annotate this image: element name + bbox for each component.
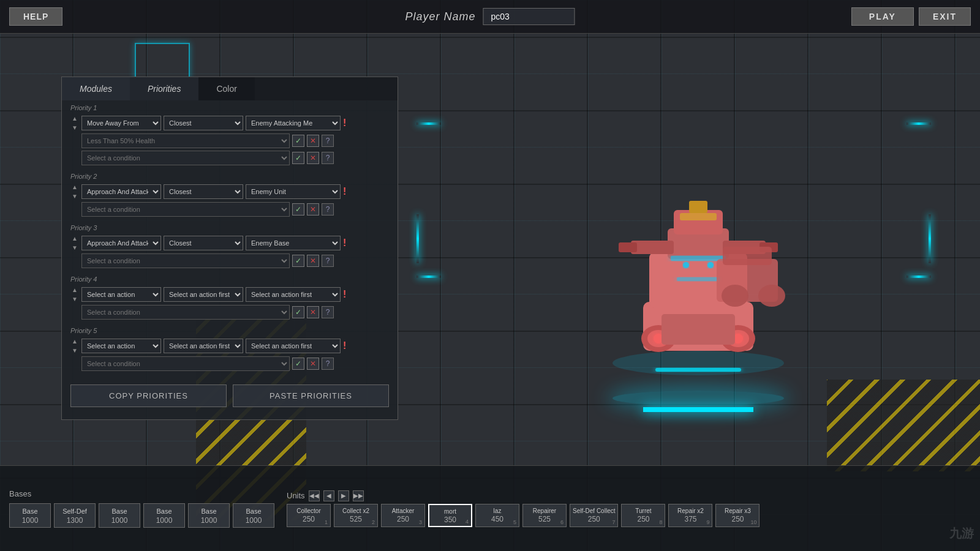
- priority-4-arrow-down[interactable]: ▼: [70, 294, 79, 303]
- cyan-square-top: [135, 43, 190, 80]
- priority-1-condition2-x[interactable]: ✕: [307, 152, 319, 164]
- units-nav-next-next[interactable]: ▶▶: [353, 490, 364, 501]
- unit-card-10-num: 10: [750, 519, 756, 525]
- priority-5-condition-x[interactable]: ✕: [307, 358, 319, 370]
- priority-2-modifier-select[interactable]: Closest Farthest: [164, 184, 243, 199]
- base-card-5[interactable]: Base 1000: [188, 503, 230, 528]
- priority-4-exclaim[interactable]: !: [343, 289, 346, 300]
- unit-card-9[interactable]: Repair x2 375 9: [668, 504, 712, 527]
- priority-1-condition1-check[interactable]: ✓: [292, 135, 304, 147]
- priority-1-condition1-x[interactable]: ✕: [307, 135, 319, 147]
- priority-4-modifier-select[interactable]: Select an action first: [164, 287, 243, 302]
- base-card-2[interactable]: Self-Def 1300: [54, 503, 96, 528]
- exit-button[interactable]: EXIT: [919, 7, 971, 26]
- unit-card-6[interactable]: Repairer 525 6: [522, 504, 567, 527]
- priority-2-arrow-up[interactable]: ▲: [70, 182, 79, 191]
- unit-card-8-value: 250: [637, 515, 649, 523]
- unit-card-1-num: 1: [325, 519, 328, 525]
- priority-5-condition-select[interactable]: Select a condition: [81, 356, 290, 371]
- svg-rect-1: [655, 368, 741, 372]
- priority-1-condition2-select[interactable]: Select a condition: [81, 151, 290, 165]
- priority-4-arrow-up[interactable]: ▲: [70, 285, 79, 294]
- player-name-input[interactable]: [483, 8, 575, 25]
- unit-card-2[interactable]: Collect x2 525 2: [334, 504, 378, 527]
- priority-1-condition2-q[interactable]: ?: [322, 152, 334, 164]
- base-card-6-label: Base: [246, 508, 261, 515]
- priority-5-action-select[interactable]: Select an action Move Away From Approach…: [81, 339, 161, 353]
- priority-1-exclaim[interactable]: !: [343, 118, 346, 129]
- base-card-4[interactable]: Base 1000: [143, 503, 185, 528]
- priority-4-condition-x[interactable]: ✕: [307, 306, 319, 318]
- priority-1-arrow-down[interactable]: ▼: [70, 123, 79, 132]
- priority-2-condition-select[interactable]: Select a condition: [81, 202, 290, 217]
- priority-1-action-select[interactable]: Move Away From Approach And Attack Selec…: [81, 116, 161, 130]
- priority-4-target-select[interactable]: Select an action first: [246, 287, 341, 302]
- unit-card-8[interactable]: Turret 250 8: [621, 504, 665, 527]
- tab-priorities[interactable]: Priorities: [130, 77, 198, 100]
- unit-card-3[interactable]: Attacker 250 3: [381, 504, 425, 527]
- priority-5-condition-q[interactable]: ?: [322, 358, 334, 370]
- play-button[interactable]: PLAY: [851, 7, 914, 26]
- priority-1-target-select[interactable]: Enemy Attacking Me Enemy Unit Enemy Base: [246, 116, 341, 130]
- help-button[interactable]: HELP: [9, 7, 62, 26]
- priority-3-arrow-up[interactable]: ▲: [70, 234, 79, 242]
- units-nav-next[interactable]: ▶: [338, 490, 349, 501]
- paste-priorities-button[interactable]: PASTE PRIORITIES: [233, 384, 389, 407]
- unit-card-4[interactable]: mort 350 4: [428, 504, 472, 527]
- base-card-1[interactable]: Base 1000: [9, 503, 51, 528]
- priority-1-condition2-check[interactable]: ✓: [292, 152, 304, 164]
- svg-rect-13: [619, 242, 637, 252]
- priority-5-modifier-select[interactable]: Select an action first: [164, 339, 243, 353]
- base-card-6[interactable]: Base 1000: [233, 503, 274, 528]
- priority-4-condition-q[interactable]: ?: [322, 306, 334, 318]
- priority-5-condition-row: Select a condition ✓ ✕ ?: [70, 356, 389, 371]
- priority-3-exclaim[interactable]: !: [343, 238, 346, 249]
- tab-modules[interactable]: Modules: [62, 77, 130, 100]
- base-card-3[interactable]: Base 1000: [99, 503, 140, 528]
- priority-1-modifier-select[interactable]: Closest Farthest: [164, 116, 243, 130]
- priority-3-condition-select[interactable]: Select a condition: [81, 253, 290, 268]
- priority-4-arrows: ▲ ▼: [70, 285, 79, 303]
- priority-1-arrow-up[interactable]: ▲: [70, 114, 79, 122]
- unit-card-5[interactable]: laz 450 5: [475, 504, 519, 527]
- svg-point-25: [722, 285, 748, 307]
- priority-2-condition-check[interactable]: ✓: [292, 203, 304, 216]
- unit-card-10[interactable]: Repair x3 250 10: [715, 504, 760, 527]
- copy-priorities-button[interactable]: COPY PRIORITIES: [70, 384, 227, 407]
- panel-bottom-buttons: COPY PRIORITIES PASTE PRIORITIES: [70, 384, 389, 407]
- priority-1-condition1-q[interactable]: ?: [322, 135, 334, 147]
- priority-4-action-select[interactable]: Select an action Move Away From Approach…: [81, 287, 161, 302]
- priority-4-condition-select[interactable]: Select a condition: [81, 305, 290, 320]
- priority-2-target-select[interactable]: Enemy Unit Enemy Base Enemy Attacking Me: [246, 184, 341, 199]
- unit-card-9-value: 375: [684, 515, 696, 523]
- priority-2-action-select[interactable]: Approach And Attack Move Away From Selec…: [81, 184, 161, 199]
- priority-2-condition-q[interactable]: ?: [322, 203, 334, 216]
- units-nav-prev-prev[interactable]: ◀◀: [309, 490, 320, 501]
- priority-5-exclaim[interactable]: !: [343, 340, 346, 351]
- unit-card-1[interactable]: Collector 250 1: [287, 504, 331, 527]
- priority-4-label: Priority 4: [70, 276, 389, 283]
- priority-3-arrow-down[interactable]: ▼: [70, 243, 79, 252]
- priority-3-condition-row: Select a condition ✓ ✕ ?: [70, 253, 389, 268]
- priority-1-condition1-select[interactable]: Less Than 50% Health Select a condition: [81, 133, 290, 148]
- priority-5-arrow-up[interactable]: ▲: [70, 337, 79, 345]
- priority-4-condition-check[interactable]: ✓: [292, 306, 304, 318]
- priority-3-modifier-select[interactable]: Closest Farthest: [164, 236, 243, 250]
- unit-card-7[interactable]: Self-Def Collect 250 7: [570, 504, 618, 527]
- unit-card-5-value: 450: [491, 515, 503, 523]
- priority-3-condition-x[interactable]: ✕: [307, 255, 319, 267]
- priority-3-action-select[interactable]: Approach And Attack Move Away From Selec…: [81, 236, 161, 250]
- units-row: Collector 250 1 Collect x2 525 2 Attacke…: [287, 504, 971, 527]
- priority-3-condition-q[interactable]: ?: [322, 255, 334, 267]
- priority-2-condition-x[interactable]: ✕: [307, 203, 319, 216]
- unit-card-10-label: Repair x3: [725, 508, 751, 514]
- priority-5-arrow-down[interactable]: ▼: [70, 346, 79, 354]
- priority-2-exclaim[interactable]: !: [343, 186, 346, 197]
- tab-color[interactable]: Color: [198, 77, 254, 100]
- priority-3-condition-check[interactable]: ✓: [292, 255, 304, 267]
- priority-2-arrow-down[interactable]: ▼: [70, 192, 79, 200]
- priority-3-target-select[interactable]: Enemy Base Enemy Unit Enemy Attacking Me: [246, 236, 341, 250]
- priority-5-condition-check[interactable]: ✓: [292, 358, 304, 370]
- priority-5-target-select[interactable]: Select an action first: [246, 339, 341, 353]
- units-nav-prev[interactable]: ◀: [323, 490, 334, 501]
